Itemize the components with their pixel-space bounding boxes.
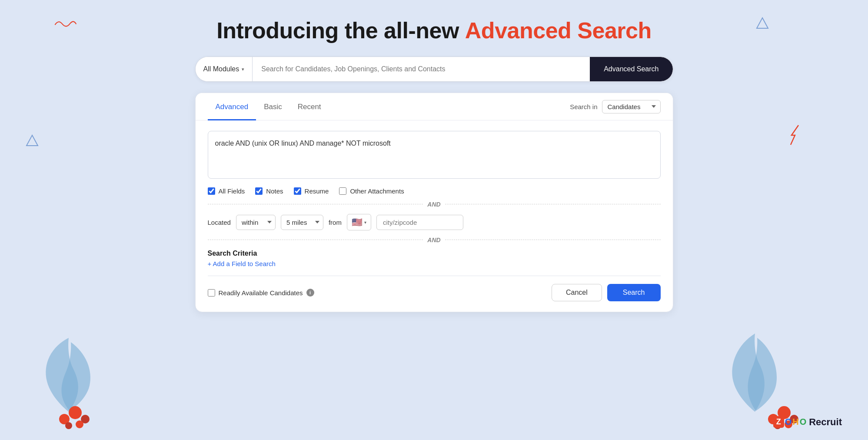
- zoho-o2: O: [800, 417, 807, 427]
- search-in-label: Search in: [570, 103, 597, 110]
- svg-point-1: [69, 406, 82, 419]
- checkboxes-row: All Fields Notes Resume Other Attachment…: [208, 187, 661, 195]
- advanced-search-label: Advanced Search: [604, 65, 658, 73]
- other-attachments-checkbox[interactable]: [339, 187, 346, 195]
- zoho-recruit-logo: Z O H O Recruit: [773, 416, 842, 428]
- distance-select[interactable]: 1 mile 5 miles 10 miles 25 miles 50 mile…: [281, 215, 323, 230]
- readily-available-checkbox[interactable]: [208, 289, 215, 297]
- advanced-search-button[interactable]: Advanced Search: [590, 57, 672, 81]
- city-zipcode-input[interactable]: [376, 215, 463, 230]
- other-attachments-checkbox-item[interactable]: Other Attachments: [339, 187, 404, 195]
- all-fields-label: All Fields: [219, 187, 245, 195]
- page-title: Introducing the all-new Advanced Search: [216, 17, 651, 43]
- global-search-input[interactable]: [253, 65, 590, 73]
- tab-advanced[interactable]: Advanced: [208, 93, 256, 120]
- and-divider-2: AND: [208, 237, 661, 243]
- svg-point-0: [59, 414, 70, 424]
- all-fields-checkbox-item[interactable]: All Fields: [208, 187, 245, 195]
- zoho-o1: O: [785, 417, 792, 427]
- flag-dropdown-icon: ▾: [364, 220, 366, 225]
- search-criteria-section: Search Criteria + Add a Field to Search: [208, 250, 661, 268]
- advanced-search-panel: Advanced Basic Recent Search in Candidat…: [195, 93, 673, 312]
- notes-checkbox[interactable]: [255, 187, 263, 195]
- bottom-row: Readily Available Candidates i Cancel Se…: [208, 284, 661, 301]
- readily-available-item[interactable]: Readily Available Candidates i: [208, 289, 314, 297]
- location-label: Located: [208, 219, 231, 226]
- recruit-text: Recruit: [809, 417, 842, 428]
- search-in-container: Search in Candidates Job Openings Client…: [570, 100, 660, 113]
- readily-available-label: Readily Available Candidates: [219, 289, 303, 297]
- location-row: Located within outside 1 mile 5 miles 10…: [208, 214, 661, 230]
- notes-checkbox-item[interactable]: Notes: [255, 187, 283, 195]
- search-in-select[interactable]: Candidates Job Openings Clients Contacts: [602, 100, 661, 113]
- search-button[interactable]: Search: [607, 284, 661, 301]
- title-highlight: Advanced Search: [465, 18, 652, 43]
- country-flag-select[interactable]: 🇺🇸 ▾: [347, 214, 371, 230]
- search-bar: All Modules ▾ Advanced Search: [195, 57, 673, 82]
- all-fields-checkbox[interactable]: [208, 187, 215, 195]
- svg-point-2: [81, 415, 90, 423]
- all-modules-button[interactable]: All Modules ▾: [196, 57, 253, 81]
- add-field-link[interactable]: + Add a Field to Search: [208, 260, 276, 267]
- tab-basic[interactable]: Basic: [256, 93, 290, 120]
- title-normal: Introducing the all-new: [216, 18, 465, 43]
- and-divider-1: AND: [208, 201, 661, 208]
- zoho-h: H: [792, 417, 798, 427]
- resume-checkbox[interactable]: [294, 187, 301, 195]
- other-attachments-label: Other Attachments: [350, 187, 404, 195]
- tabs-row: Advanced Basic Recent Search in Candidat…: [196, 93, 673, 120]
- query-textarea[interactable]: oracle AND (unix OR linux) AND manage* N…: [208, 131, 661, 179]
- section-divider: [208, 276, 661, 276]
- within-select[interactable]: within outside: [236, 215, 276, 230]
- svg-point-3: [65, 422, 72, 429]
- us-flag-icon: 🇺🇸: [352, 217, 362, 227]
- from-label: from: [329, 219, 342, 226]
- panel-body: oracle AND (unix OR linux) AND manage* N…: [196, 120, 673, 312]
- notes-label: Notes: [266, 187, 283, 195]
- all-modules-label: All Modules: [203, 65, 239, 73]
- resume-label: Resume: [305, 187, 329, 195]
- dropdown-arrow-icon: ▾: [242, 67, 244, 72]
- resume-checkbox-item[interactable]: Resume: [294, 187, 329, 195]
- info-icon[interactable]: i: [306, 289, 314, 297]
- search-criteria-title: Search Criteria: [208, 250, 661, 257]
- zoho-z: Z: [773, 416, 784, 428]
- tab-recent[interactable]: Recent: [290, 93, 329, 120]
- action-buttons: Cancel Search: [552, 284, 661, 301]
- svg-point-4: [76, 420, 83, 428]
- cancel-button[interactable]: Cancel: [552, 284, 602, 301]
